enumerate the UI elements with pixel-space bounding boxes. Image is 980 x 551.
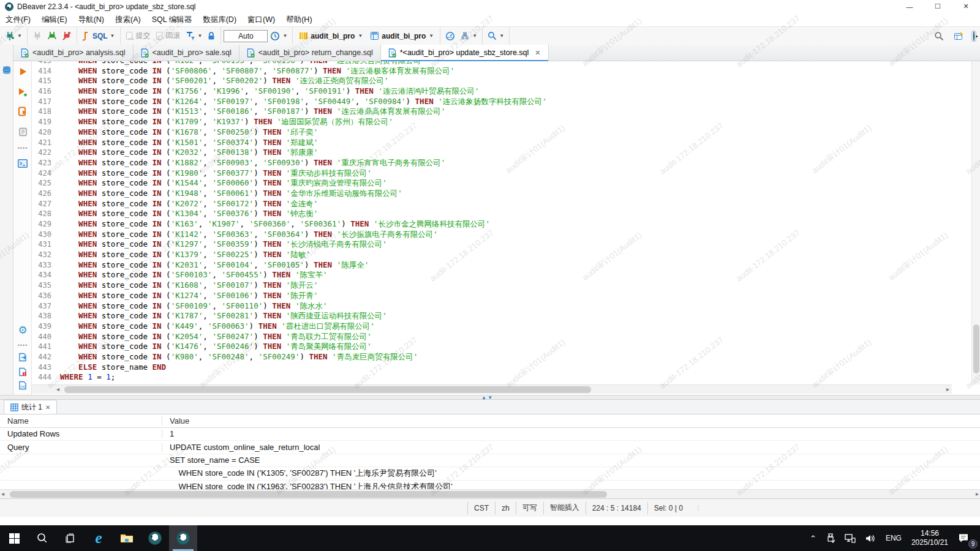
transaction-history-button[interactable]: ▼ <box>268 29 290 43</box>
code-line[interactable]: 415 WHEN store_code IN ('SF00201', 'SF00… <box>32 76 952 86</box>
execute-new-tab-button[interactable] <box>17 86 28 97</box>
explain-plan-button[interactable] <box>17 126 28 137</box>
table-row[interactable]: WHEN store_code IN ('K1305', 'SF00287') … <box>0 467 980 481</box>
open-perspective-icon[interactable] <box>951 29 967 43</box>
code-line[interactable]: 428 WHEN store_code IN ('K1304', 'SF0037… <box>32 209 952 219</box>
code-line[interactable]: 439 WHEN store_code IN ('K449', 'SF00063… <box>32 321 952 332</box>
code-line[interactable]: 434 WHEN store_code IN ('SF00103', 'SF00… <box>32 270 952 280</box>
code-line[interactable]: 431 WHEN store_code IN ('K1297', 'SF0035… <box>32 239 952 250</box>
code-line[interactable]: 444WHERE 1 = 1; <box>32 372 952 383</box>
menu-item[interactable]: 文件(F) <box>0 13 36 27</box>
column-header[interactable]: Value <box>162 416 189 425</box>
code-line[interactable]: 436 WHEN store_code IN ('K1274', 'SF0010… <box>32 291 952 301</box>
code-line[interactable]: 440 WHEN store_code IN ('K2054', 'SF0024… <box>32 332 952 342</box>
tray-chevron-up-icon[interactable]: ⌃ <box>806 525 820 551</box>
rollback-button[interactable]: 回滚 <box>153 29 183 43</box>
code-line[interactable]: 422 WHEN store_code IN ('K2032', 'SF0013… <box>32 148 952 158</box>
editor-tab[interactable]: <audit_bi_pro> return_change.sql <box>239 45 381 61</box>
code-line[interactable]: 437 WHEN store_code IN ('SF00109', 'SF00… <box>32 301 952 312</box>
menu-item[interactable]: SQL 编辑器 <box>146 13 198 27</box>
statistics-tab[interactable]: 统计 1 ✕ <box>4 400 57 414</box>
menu-item[interactable]: 编辑(E) <box>36 13 73 27</box>
code-line[interactable]: 443 ELSE store_name END <box>32 362 952 373</box>
table-row[interactable]: QueryUPDATE custom_online_sale_return_lo… <box>0 441 980 454</box>
column-header[interactable]: Name <box>0 416 162 425</box>
code-line[interactable]: 419 WHEN store_code IN ('K1709', 'K1937'… <box>32 117 952 127</box>
database-navigator-icon[interactable] <box>2 66 12 75</box>
internet-explorer-icon[interactable]: e <box>85 525 113 551</box>
code-line[interactable]: 421 WHEN store_code IN ('K1501', 'SF0037… <box>32 138 952 148</box>
editor-settings-gear-icon[interactable]: ⚙ <box>17 324 28 335</box>
taskbar-search-icon[interactable] <box>28 525 56 551</box>
menu-item[interactable]: 窗口(W) <box>242 13 281 27</box>
reconnect-button[interactable] <box>45 29 59 43</box>
scroll-left-icon[interactable]: ◂ <box>56 386 59 392</box>
editor-horizontal-scrollbar[interactable]: ◂ ▸ <box>32 384 952 394</box>
search-button[interactable]: ▼ <box>485 29 507 42</box>
editor-tab[interactable]: *<audit_bi_pro> update_sbz_store.sql✕ <box>381 45 549 61</box>
notification-center-icon[interactable]: 9 <box>954 525 976 551</box>
word-wrap-icon[interactable]: (w) <box>17 380 28 391</box>
code-line[interactable]: 435 WHEN store_code IN ('K1608', 'SF0010… <box>32 280 952 291</box>
code-line[interactable]: 425 WHEN store_code IN ('K1544', 'SF0006… <box>32 178 952 189</box>
menu-item[interactable]: 搜索(A) <box>110 13 146 27</box>
editor-tab[interactable]: <audit_bi_pro> sale.sql <box>134 45 239 61</box>
results-horizontal-scrollbar[interactable]: ◂ ▸ <box>0 489 980 498</box>
code-line[interactable]: 426 WHEN store_code IN ('K1948', 'SF0006… <box>32 189 952 199</box>
new-sql-editor-button[interactable]: SQL ▼ <box>80 29 118 43</box>
code-line[interactable]: 417 WHEN store_code IN ('K1264', 'SF0019… <box>32 97 952 107</box>
code-area[interactable]: 413 WHEN store_code IN ('K162', 'SF00195… <box>32 61 952 384</box>
close-icon[interactable]: ✕ <box>45 404 50 411</box>
task-view-icon[interactable] <box>56 525 85 551</box>
dbeaver-taskbar-icon[interactable] <box>141 525 169 551</box>
menu-item[interactable]: 数据库(D) <box>197 13 242 27</box>
execute-statement-button[interactable] <box>17 66 28 77</box>
network-icon[interactable] <box>841 525 859 551</box>
code-line[interactable]: 427 WHEN store_code IN ('K2072', 'SF0017… <box>32 199 952 209</box>
code-line[interactable]: 433 WHEN store_code IN ('K2031', 'SF0010… <box>32 260 952 271</box>
code-line[interactable]: 420 WHEN store_code IN ('K1678', 'SF0025… <box>32 127 952 138</box>
dashboard-icon[interactable] <box>443 29 458 43</box>
close-icon[interactable]: ✕ <box>535 49 540 57</box>
editor-tab[interactable]: <audit_bi_pro> analysis.sql <box>13 45 134 61</box>
autocommit-selector[interactable]: Auto <box>224 30 268 42</box>
save-file-error-icon[interactable] <box>17 366 28 377</box>
editor-vertical-scrollbar[interactable] <box>971 61 980 384</box>
code-line[interactable]: 430 WHEN store_code IN ('K1142', 'SF0036… <box>32 230 952 240</box>
deploy-icon[interactable]: ▼ <box>458 29 480 43</box>
language-indicator[interactable]: ENG <box>882 525 905 551</box>
open-console-button[interactable] <box>17 158 28 169</box>
scroll-right-icon[interactable]: ▸ <box>946 386 949 392</box>
code-line[interactable]: 418 WHEN store_code IN ('K1513', 'SF0018… <box>32 107 952 117</box>
connect-button[interactable] <box>30 29 45 43</box>
panel-sash[interactable]: ▲ ▼ <box>0 395 980 400</box>
code-line[interactable]: 423 WHEN store_code IN ('K1882', 'SF0090… <box>32 158 952 168</box>
database-selector[interactable]: audit_bi_pro ▼ <box>366 30 437 42</box>
dbeaver-taskbar-icon-active[interactable] <box>169 525 197 551</box>
disconnect-button[interactable] <box>59 29 74 43</box>
code-line[interactable]: 442 WHEN store_code IN ('K980', 'SF00248… <box>32 352 952 362</box>
code-line[interactable]: 414 WHEN store_code IN ('SF00806', 'SF00… <box>32 66 952 77</box>
new-connection-button[interactable]: ▼ <box>2 29 24 43</box>
code-line[interactable]: 432 WHEN store_code IN ('K1379', 'SF0022… <box>32 250 952 260</box>
scroll-left-icon[interactable]: ◂ <box>1 490 4 497</box>
minimize-button[interactable]: — <box>895 0 924 13</box>
menu-item[interactable]: 帮助(H) <box>281 13 317 27</box>
speaker-icon[interactable] <box>862 525 880 551</box>
dbeaver-perspective-icon[interactable] <box>971 31 976 42</box>
table-row[interactable]: Updated Rows1 <box>0 428 980 441</box>
usb-icon[interactable] <box>823 525 839 551</box>
code-line[interactable]: 424 WHEN store_code IN ('K1980', 'SF0037… <box>32 168 952 179</box>
scroll-right-icon[interactable]: ▸ <box>976 490 979 497</box>
start-button[interactable] <box>0 525 28 551</box>
table-row[interactable]: SET store_name = CASE <box>0 454 980 468</box>
clock-date[interactable]: 14:562025/10/21 <box>908 525 952 551</box>
maximize-button[interactable]: ☐ <box>924 0 952 13</box>
code-line[interactable]: 416 WHEN store_code IN ('K1756', 'K1996'… <box>32 86 952 97</box>
code-line[interactable]: 429 WHEN store_code IN ('K163', 'K1907',… <box>32 219 952 230</box>
lock-icon[interactable] <box>205 29 218 42</box>
transaction-log-button[interactable]: ▼ <box>183 29 205 43</box>
code-line[interactable]: 413 WHEN store_code IN ('K162', 'SF00195… <box>32 61 952 66</box>
quick-access-search-icon[interactable] <box>932 29 946 43</box>
connection-selector[interactable]: audit_bi_pro ▼ <box>295 30 366 42</box>
